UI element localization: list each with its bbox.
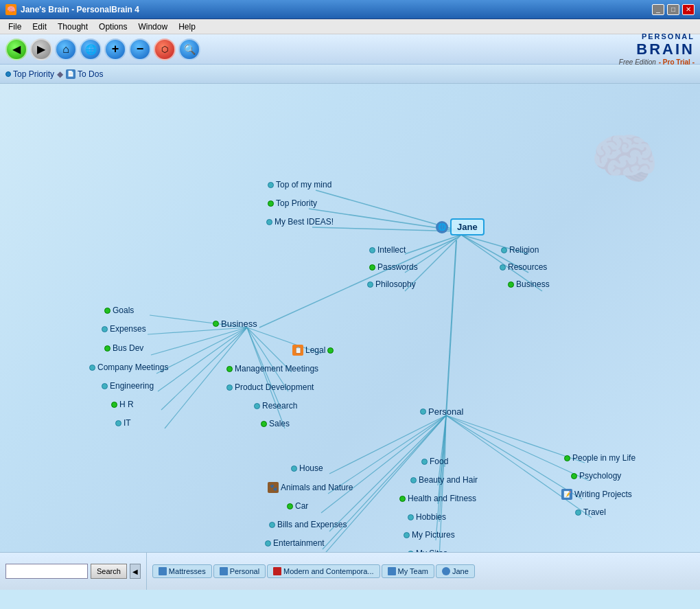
node-goals[interactable]: Goals	[104, 306, 134, 315]
top-mind-label: Top of my mind	[276, 180, 331, 189]
node-intellect[interactable]: Intellect	[369, 245, 406, 255]
node-it[interactable]: IT	[115, 418, 131, 428]
node-engineering[interactable]: Engineering	[102, 381, 154, 391]
node-bus-dev[interactable]: Bus Dev	[104, 343, 143, 353]
jane-label[interactable]: Jane	[450, 218, 485, 235]
nav-arrow-button[interactable]: ◀	[130, 564, 141, 579]
node-entertainment[interactable]: Entertainment	[265, 538, 325, 548]
node-bills[interactable]: Bills and Expenses	[269, 520, 347, 529]
node-top-mind[interactable]: Top of my mind	[268, 180, 331, 189]
node-sales[interactable]: Sales	[261, 419, 290, 428]
node-house[interactable]: House	[291, 463, 323, 473]
tab-my-team[interactable]: My Team	[382, 564, 434, 578]
menu-help[interactable]: Help	[173, 21, 201, 33]
car-label: Car	[295, 501, 308, 511]
node-business-main[interactable]: Business	[508, 279, 550, 289]
node-business[interactable]: Business	[213, 319, 257, 329]
node-philosophy[interactable]: Philosophy	[367, 279, 416, 289]
menu-edit[interactable]: Edit	[27, 21, 52, 33]
philosophy-label: Philosophy	[375, 279, 416, 289]
node-religion[interactable]: Religion	[501, 245, 539, 255]
passwords-label: Passwords	[377, 262, 418, 272]
tab-modern-icon	[273, 567, 281, 575]
tab-personal-label: Personal	[230, 567, 259, 575]
node-food[interactable]: Food	[421, 457, 448, 466]
tab-jane[interactable]: Jane	[436, 564, 475, 578]
close-button[interactable]: ✕	[682, 4, 695, 15]
logo-trial: - Pro Trial -	[659, 58, 695, 66]
breadcrumb-separator: ◆	[57, 69, 63, 79]
node-management[interactable]: Management Meetings	[226, 364, 318, 374]
goals-label: Goals	[113, 306, 134, 315]
tab-personal[interactable]: Personal	[213, 564, 266, 578]
node-car[interactable]: Car	[287, 501, 308, 511]
psychology-dot	[571, 473, 577, 479]
house-dot	[291, 466, 297, 472]
node-passwords[interactable]: Passwords	[369, 262, 418, 272]
node-research[interactable]: Research	[254, 401, 297, 411]
entertainment-dot	[265, 540, 271, 547]
philosophy-dot	[367, 281, 373, 288]
window-controls[interactable]: _ □ ✕	[652, 4, 695, 15]
node-beauty[interactable]: Beauty and Hair	[410, 475, 478, 485]
logo-brain: BRAIN	[636, 41, 695, 58]
node-people[interactable]: People in my Life	[564, 453, 635, 463]
node-animals[interactable]: 🐾 Animals and Nature	[268, 482, 353, 493]
it-dot	[115, 420, 121, 426]
breadcrumb-top-priority[interactable]: Top Priority	[5, 69, 54, 79]
svg-line-9	[259, 238, 456, 328]
node-resources[interactable]: Resources	[500, 262, 547, 272]
node-hr[interactable]: H R	[111, 400, 134, 409]
titlebar: 🧠 Jane's Brain - PersonalBrain 4 _ □ ✕	[0, 0, 700, 19]
node-company-meetings[interactable]: Company Meetings	[89, 363, 168, 372]
node-best-ideas[interactable]: My Best IDEAS!	[266, 217, 334, 227]
statusbar: Search ◀ Mattresses Personal Modern and …	[0, 552, 700, 590]
business-main-dot	[508, 281, 514, 288]
node-hobbies[interactable]: Hobbies	[408, 512, 446, 522]
animals-icon: 🐾	[268, 482, 279, 493]
people-dot	[564, 455, 570, 461]
health-label: Health and Fitness	[408, 494, 476, 503]
node-travel[interactable]: Travel	[575, 507, 606, 517]
tab-my-team-icon	[388, 567, 396, 575]
sales-label: Sales	[269, 419, 290, 428]
node-expenses[interactable]: Expenses	[102, 324, 146, 334]
node-product-dev[interactable]: Product Development	[226, 382, 314, 392]
breadcrumb-todos[interactable]: 📄 To Dos	[66, 69, 103, 79]
node-pictures[interactable]: My Pictures	[404, 530, 455, 540]
tab-mattresses[interactable]: Mattresses	[152, 564, 212, 578]
breadcrumb-dot-icon	[5, 71, 11, 77]
menu-thought[interactable]: Thought	[52, 21, 93, 33]
tab-mattresses-icon	[159, 567, 167, 575]
forward-button[interactable]: ▶	[30, 38, 52, 60]
food-label: Food	[430, 457, 448, 466]
menu-options[interactable]: Options	[93, 21, 132, 33]
home-button[interactable]: ⌂	[55, 38, 77, 60]
search-input[interactable]	[5, 564, 88, 579]
menu-file[interactable]: File	[3, 21, 27, 33]
svg-line-13	[151, 328, 247, 355]
node-writing[interactable]: 📝 Writing Projects	[561, 489, 632, 500]
tab-modern[interactable]: Modern and Contempora...	[267, 564, 380, 578]
remove-button[interactable]: −	[129, 38, 151, 60]
node-health[interactable]: Health and Fitness	[399, 494, 476, 503]
add-button[interactable]: +	[104, 38, 126, 60]
car-dot	[287, 503, 293, 509]
node-psychology[interactable]: Psychology	[571, 471, 621, 481]
node-personal[interactable]: Personal	[420, 406, 463, 417]
minimize-button[interactable]: _	[652, 4, 664, 15]
maximize-button[interactable]: □	[667, 4, 679, 15]
watermark-brain: 🧠	[583, 125, 666, 194]
node-legal[interactable]: 📋 Legal	[292, 345, 334, 356]
node-top-priority[interactable]: Top Priority	[268, 198, 317, 208]
node-jane[interactable]: 🌐 Jane	[436, 218, 485, 235]
goals-dot	[104, 308, 110, 314]
special-button[interactable]: ⬡	[154, 38, 176, 60]
node-sites[interactable]: My Sites	[408, 549, 447, 552]
menu-window[interactable]: Window	[132, 21, 173, 33]
search-button[interactable]: 🔍	[178, 38, 200, 60]
search-submit-button[interactable]: Search	[91, 564, 127, 579]
breadcrumb-todos-label: To Dos	[78, 69, 103, 79]
globe-button[interactable]: 🌐	[80, 38, 102, 60]
back-button[interactable]: ◀	[5, 38, 27, 60]
